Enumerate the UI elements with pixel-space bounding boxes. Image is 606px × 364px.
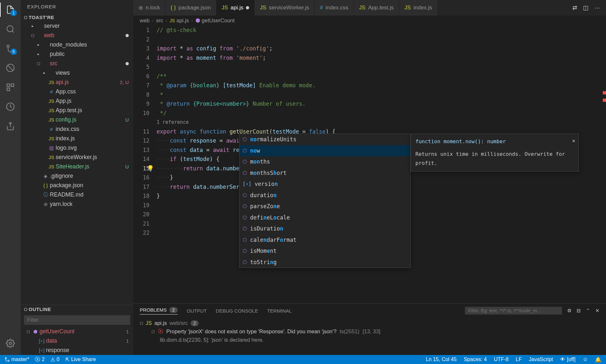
editor-tab[interactable]: ⊛n.lock (133, 0, 165, 16)
panel-close-icon[interactable]: ✕ (595, 308, 600, 314)
cursor-position[interactable]: Ln 15, Col 45 (426, 357, 457, 362)
feedback[interactable]: 👁 [off] (560, 357, 575, 362)
code-line[interactable] (157, 35, 606, 44)
tree-item[interactable]: ▧logo.svg (21, 143, 133, 153)
intellisense-item[interactable]: ⬡now (239, 145, 410, 156)
intellisense-item[interactable]: [∘]version (239, 178, 410, 190)
more-icon[interactable]: ⋯ (594, 5, 600, 11)
overview-ruler[interactable] (601, 41, 606, 203)
code-line[interactable]: // @ts-check (157, 26, 606, 35)
breadcrumb-item[interactable]: web (140, 17, 149, 24)
intellisense-item[interactable]: ⬡toString (239, 257, 410, 268)
extensions-icon[interactable] (5, 82, 16, 92)
explorer-icon[interactable]: 1 (5, 5, 16, 15)
collapse-icon[interactable]: ⊟ (577, 308, 581, 314)
breadcrumb-item[interactable]: ⬢ getUserCount (195, 17, 235, 24)
intellisense-item[interactable]: ⬡calendarFormat (239, 234, 410, 246)
code-line[interactable] (157, 62, 606, 72)
language-mode[interactable]: JavaScript (529, 357, 553, 362)
indent-setting[interactable]: Spaces: 4 (464, 357, 487, 362)
intellisense-item[interactable]: ⬡isDuration (239, 223, 410, 234)
ruler-error-mark[interactable] (603, 91, 606, 94)
tree-item[interactable]: JSserviceWorker.js (21, 153, 133, 162)
debug-icon[interactable] (5, 63, 16, 73)
intellisense-item[interactable]: ⬡months (239, 156, 410, 167)
code-line[interactable]: * @param {boolean} [testMode] Enable dem… (157, 81, 606, 90)
code-line[interactable]: */ (157, 109, 606, 118)
tree-item[interactable]: JSSiteHeader.jsU (21, 162, 133, 171)
tree-item[interactable]: ▢src (21, 59, 133, 68)
outline-item[interactable]: ▢⬢getUserCount1 (21, 327, 133, 336)
tree-item[interactable]: JSconfig.jsU (21, 115, 133, 124)
editor-tab[interactable]: JSindex.js (399, 0, 437, 16)
tree-item[interactable]: JSapi.js2, U (21, 78, 133, 87)
editor-tab[interactable]: JSApp.test.js (354, 0, 399, 16)
code-line[interactable]: import * as moment from 'moment'; (157, 53, 606, 63)
outline-filter-input[interactable] (24, 315, 130, 325)
breadcrumb-item[interactable]: src (156, 17, 163, 24)
tree-item[interactable]: JSindex.js (21, 134, 133, 143)
filter-settings-icon[interactable]: ⚙ (567, 308, 571, 314)
panel-up-icon[interactable]: ⌃ (586, 308, 590, 314)
panel-tab[interactable]: TERMINAL (267, 308, 292, 314)
tree-item[interactable]: #App.css (21, 87, 133, 96)
intellisense-item[interactable]: ⬡monthsShort (239, 167, 410, 179)
problem-item[interactable]: ▢ ⓧ Property 'jsonX' does not exist on t… (140, 327, 600, 336)
git-branch[interactable]: master* (5, 357, 29, 362)
tree-item[interactable]: ⊛yarn.lock (21, 199, 133, 209)
tree-item[interactable]: ▸server (21, 21, 133, 31)
close-icon[interactable]: × (572, 136, 575, 146)
intellisense-item[interactable]: ⬡duration (239, 190, 410, 201)
outline-item[interactable]: [∘]response (21, 346, 133, 355)
panel-tab[interactable]: PROBLEMS2 (140, 307, 178, 315)
editor-tab[interactable]: { }package.json (165, 0, 216, 16)
settings-gear-icon[interactable] (5, 338, 16, 348)
live-share[interactable]: ⇱ Live Share (65, 357, 96, 363)
compare-icon[interactable]: ⇄ (572, 5, 577, 11)
ruler-error-mark[interactable] (603, 99, 606, 102)
intellisense-item[interactable]: ⬡parseZone (239, 201, 410, 212)
intellisense-popup[interactable]: ⬡normalizeUnits⬡now⬡months⬡monthsShort[∘… (239, 134, 411, 268)
tree-item[interactable]: ▸public (21, 49, 133, 59)
lightbulb-icon[interactable]: 💡 (147, 164, 154, 173)
panel-tab[interactable]: DEBUG CONSOLE (216, 308, 258, 314)
tree-item[interactable]: ▸node_modules (21, 40, 133, 49)
encoding[interactable]: UTF-8 (494, 357, 509, 362)
breadcrumb-item[interactable]: JS api.js (170, 17, 189, 24)
eol[interactable]: LF (516, 357, 522, 362)
project-section-header[interactable]: ▢ TOAST'RE (21, 13, 133, 21)
history-icon[interactable] (5, 102, 16, 112)
tree-item[interactable]: ▸views (21, 68, 133, 78)
problems-filter-input[interactable] (465, 307, 562, 315)
code-line[interactable]: * @return {Promise<number>} Number of us… (157, 99, 606, 109)
tree-item[interactable]: #index.css (21, 124, 133, 134)
source-control-icon[interactable]: 5 (5, 43, 16, 54)
error-count[interactable]: ⓧ 2 (35, 356, 45, 363)
tree-item[interactable]: JSApp.js (21, 96, 133, 106)
breadcrumb[interactable]: web›src›JS api.js›⬢ getUserCount (133, 16, 606, 26)
outline-item[interactable]: [∘]data1 (21, 336, 133, 346)
tree-item[interactable]: ◈.gitignore (21, 171, 133, 181)
tree-item[interactable]: ▢web (21, 31, 133, 40)
share-icon[interactable] (5, 121, 16, 131)
editor-tab[interactable]: JSserviceWorker.js (255, 0, 314, 16)
problem-file-row[interactable]: ▢ JS api.js web/src 2 (140, 319, 600, 327)
outline-section-header[interactable]: ▢ OUTLINE (21, 305, 133, 313)
editor-tab[interactable]: JSapi.js (216, 0, 255, 16)
code-editor[interactable]: 12345678910 111213141516171819202122 // … (133, 26, 606, 303)
panel-tab[interactable]: OUTPUT (187, 308, 207, 314)
intellisense-item[interactable]: ⬡isMoment (239, 245, 410, 257)
tree-item[interactable]: { }package.json (21, 181, 133, 190)
code-line[interactable]: /** (157, 72, 606, 81)
search-icon[interactable] (5, 24, 16, 34)
code-line[interactable]: * (157, 90, 606, 100)
intellisense-item[interactable]: ⬡normalizeUnits (239, 134, 410, 145)
split-icon[interactable]: ◫ (583, 5, 589, 11)
tree-item[interactable]: JSApp.test.js (21, 106, 133, 115)
editor-tab[interactable]: #index.css (314, 0, 354, 16)
intellisense-item[interactable]: ⬡defineLocale (239, 212, 410, 223)
bell-icon[interactable]: 🔔 (595, 357, 601, 363)
codelens[interactable]: 1 reference (157, 118, 606, 127)
warning-count[interactable]: ⚠ 0 (50, 357, 60, 363)
smiley-icon[interactable]: ☺ (583, 357, 588, 362)
